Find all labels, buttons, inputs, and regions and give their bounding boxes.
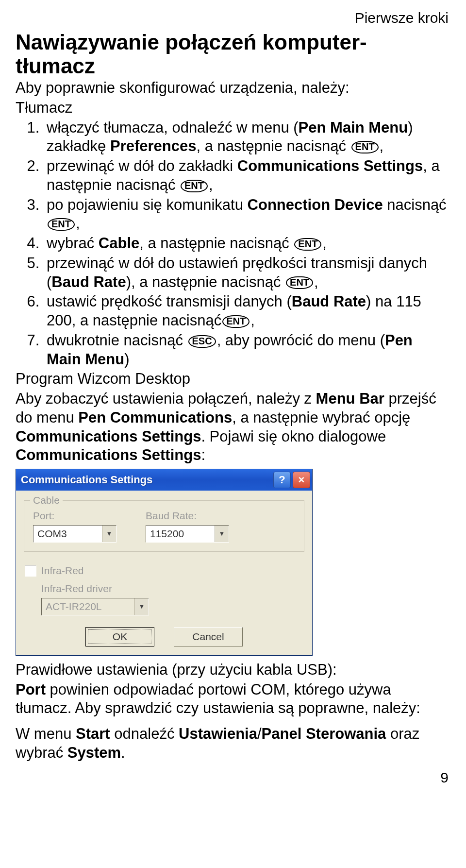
dialog-body: Cable Port: COM3 ▼ Baud Rate: 115200 ▼ xyxy=(16,491,312,655)
ent-key-icon: ENT xyxy=(48,218,75,231)
step-1: włączyć tłumacza, odnaleźć w menu (Pen M… xyxy=(44,119,450,156)
close-icon: × xyxy=(299,473,305,487)
steps-list: włączyć tłumacza, odnaleźć w menu (Pen M… xyxy=(16,119,450,369)
checkbox-box[interactable] xyxy=(25,565,36,577)
infra-driver-value: ACT-IR220L xyxy=(42,600,134,613)
ok-button[interactable]: OK xyxy=(85,627,154,647)
infra-red-checkbox[interactable]: Infra-Red xyxy=(25,564,304,577)
ent-key-icon: ENT xyxy=(181,180,208,192)
infra-driver-field: Infra-Red driver ACT-IR220L ▼ xyxy=(41,582,304,615)
after-paragraph-1: Prawidłowe ustawienia (przy użyciu kabla… xyxy=(16,661,450,680)
ent-key-icon: ENT xyxy=(222,315,250,328)
dialog-button-bar: OK Cancel xyxy=(24,627,304,647)
ent-key-icon: ENT xyxy=(351,141,379,153)
intro-text-1: Aby poprawnie skonfigurować urządzenia, … xyxy=(16,79,450,98)
step-4: wybrać Cable, a następnie nacisnąć ENT, xyxy=(44,234,450,253)
help-button[interactable]: ? xyxy=(273,472,291,488)
infra-driver-combobox: ACT-IR220L ▼ xyxy=(41,598,149,615)
cancel-button[interactable]: Cancel xyxy=(174,627,243,647)
dialog-titlebar[interactable]: Communications Settings ? × xyxy=(16,469,312,491)
step-2: przewinąć w dół do zakładki Communicatio… xyxy=(44,157,450,195)
help-icon: ? xyxy=(279,473,285,487)
infra-red-section: Infra-Red Infra-Red driver ACT-IR220L ▼ xyxy=(25,564,304,615)
title-line1: Nawiązywanie połączeń komputer- xyxy=(16,30,367,54)
cable-legend: Cable xyxy=(30,494,63,507)
after-paragraph-2: Port powinien odpowiadać portowi COM, kt… xyxy=(16,681,450,718)
chevron-down-icon[interactable]: ▼ xyxy=(215,526,229,542)
dialog-title: Communications Settings xyxy=(21,473,271,487)
chevron-down-icon: ▼ xyxy=(134,598,149,615)
close-button[interactable]: × xyxy=(293,472,310,488)
program-paragraph: Aby zobaczyć ustawienia połączeń, należy… xyxy=(16,390,450,465)
intro-text-2: Tłumacz xyxy=(16,99,450,118)
esc-key-icon: ESC xyxy=(188,335,216,348)
step-3: po pojawieniu się komunikatu Connection … xyxy=(44,196,450,234)
port-label: Port: xyxy=(33,510,116,522)
after-paragraph-3: W menu Start odnaleźć Ustawienia/Panel S… xyxy=(16,725,450,763)
title-line2: tłumacz xyxy=(16,54,95,78)
baud-value: 115200 xyxy=(146,528,215,540)
ent-key-icon: ENT xyxy=(286,276,313,289)
step-7: dwukrotnie nacisnąć ESC, aby powrócić do… xyxy=(44,331,450,369)
running-header: Pierwsze kroki xyxy=(16,9,450,27)
baud-combobox[interactable]: 115200 ▼ xyxy=(146,525,229,543)
port-combobox[interactable]: COM3 ▼ xyxy=(33,525,116,543)
port-field: Port: COM3 ▼ xyxy=(33,510,116,543)
step-5: przewinąć w dół do ustawień prędkości tr… xyxy=(44,254,450,292)
chevron-down-icon[interactable]: ▼ xyxy=(102,526,116,542)
program-heading: Program Wizcom Desktop xyxy=(16,370,450,389)
baud-field: Baud Rate: 115200 ▼ xyxy=(146,510,229,543)
ent-key-icon: ENT xyxy=(294,238,321,251)
page-title: Nawiązywanie połączeń komputer- tłumacz xyxy=(16,30,450,78)
communications-settings-dialog: Communications Settings ? × Cable Port: … xyxy=(16,469,313,656)
port-value: COM3 xyxy=(33,528,102,540)
baud-label: Baud Rate: xyxy=(146,510,229,522)
step-6: ustawić prędkość transmisji danych (Baud… xyxy=(44,292,450,330)
cable-groupbox: Cable Port: COM3 ▼ Baud Rate: 115200 ▼ xyxy=(24,500,304,552)
page-number: 9 xyxy=(16,768,450,787)
infra-red-label: Infra-Red xyxy=(41,564,84,577)
infra-driver-label: Infra-Red driver xyxy=(41,582,304,595)
